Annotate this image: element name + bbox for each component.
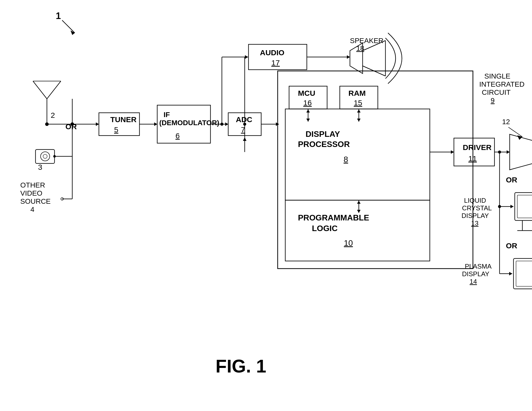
or-label-2: OR (506, 176, 517, 184)
ref-1-label: 1 (56, 11, 61, 21)
ref-13-label: 13 (471, 219, 478, 227)
other-video-source-label3: SOURCE (20, 197, 51, 205)
adc-label: ADC (236, 115, 252, 124)
ref-16-label: 16 (303, 99, 312, 107)
single-ic-label3: CIRCUIT (482, 88, 511, 96)
lcd-label1: LIQUID (464, 197, 486, 204)
other-video-source-label: OTHER (20, 181, 45, 189)
svg-point-63 (498, 151, 501, 154)
ref-10-label: 10 (344, 238, 353, 248)
audio-label: AUDIO (260, 48, 285, 57)
ref-2-label: 2 (51, 111, 55, 119)
ref-8-label: 8 (344, 155, 348, 164)
plasma-label2: DISPLAY (462, 270, 489, 278)
ref-12-label: 12 (502, 118, 510, 126)
driver-label: DRIVER (463, 143, 492, 152)
ref-3-label: 3 (38, 163, 42, 171)
if-label: IF (164, 111, 170, 119)
lcd-label2: CRYSTAL (462, 204, 492, 212)
prog-logic-label1: PROGRAMMABLE (298, 213, 369, 222)
ref-9-label: 9 (491, 97, 495, 104)
ref-6-label: 6 (175, 132, 180, 140)
ref-5-label: 5 (114, 125, 118, 134)
ref-15-label: 15 (354, 99, 362, 107)
svg-point-12 (53, 155, 56, 158)
or-label-3: OR (506, 241, 517, 250)
ref-4-label: 4 (30, 205, 34, 213)
tuner-label: TUNER (110, 115, 137, 124)
single-ic-label2: INTEGRATED (479, 80, 524, 88)
other-video-source-label2: VIDEO (20, 189, 42, 197)
figure-caption: FIG. 1 (216, 356, 266, 376)
diagram-container: 1 2 3 OR OTHER VIDEO SOURCE 4 (0, 0, 532, 411)
ref-17-label: 17 (271, 59, 280, 67)
ram-label: RAM (348, 89, 366, 97)
display-processor-label1: DISPLAY (306, 129, 340, 139)
display-processor-label2: PROCESSOR (298, 140, 350, 149)
ref-14-label: 14 (470, 278, 477, 285)
svg-rect-0 (0, 0, 532, 411)
demod-label: (DEMODULATOR) (159, 119, 219, 127)
prog-logic-label2: LOGIC (312, 224, 338, 233)
ref-11-label: 11 (468, 154, 477, 163)
single-ic-label1: SINGLE (484, 72, 510, 80)
ref-18-label: 18 (356, 44, 364, 52)
plasma-label1: PLASMA (465, 263, 492, 270)
svg-point-69 (498, 205, 501, 208)
mcu-label: MCU (298, 89, 315, 97)
lcd-label3: DISPLAY (462, 212, 489, 219)
svg-point-78 (220, 123, 223, 126)
